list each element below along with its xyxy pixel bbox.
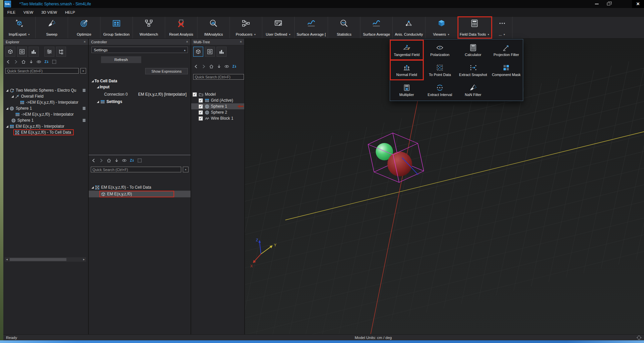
taskbar[interactable] bbox=[0, 340, 644, 343]
show-expressions-button[interactable]: Show Expressions bbox=[145, 68, 188, 74]
toolbar-workbench[interactable]: Workbench bbox=[133, 17, 165, 38]
hierarchy-view-icon[interactable] bbox=[56, 47, 66, 57]
toolbar-surface-average[interactable]: Surface Average bbox=[360, 17, 393, 38]
clear-search-icon[interactable]: × bbox=[80, 68, 86, 74]
expander-icon[interactable] bbox=[91, 186, 94, 189]
mt-item-sphere-2[interactable]: ✓ Sphere 2 bbox=[191, 109, 244, 115]
ctrl-item-connection-0[interactable]: Connection 0 EM E(x,y,z,f0) [Interpolato… bbox=[89, 91, 191, 97]
sort-z-icon[interactable] bbox=[129, 158, 134, 163]
visibility-icon[interactable] bbox=[224, 64, 229, 69]
settings-combobox[interactable]: Settings ▴ bbox=[91, 47, 188, 53]
menu-item-component-mask[interactable]: Component Mask bbox=[490, 60, 523, 80]
ctrl-item-tocell-parent[interactable]: EM E(x,y,z,f0) - To Cell Data bbox=[89, 184, 191, 191]
toolbar-viewers[interactable]: Viewers▼ bbox=[425, 17, 458, 38]
menu-item-projection-filter[interactable]: Projection Filter bbox=[490, 40, 523, 60]
filter-settings-icon[interactable] bbox=[44, 47, 54, 57]
nav-forward-icon[interactable] bbox=[201, 64, 206, 69]
checkbox[interactable]: ✓ bbox=[199, 110, 203, 115]
menu-item-nan-filter[interactable]: NaN Filter bbox=[456, 80, 490, 100]
scrollbar-thumb[interactable] bbox=[10, 258, 66, 261]
minimize-button[interactable] bbox=[592, 0, 601, 8]
menu-item-calculator[interactable]: Calculator bbox=[456, 40, 490, 60]
home-icon[interactable] bbox=[209, 64, 214, 69]
tree-item-to-cell-data[interactable]: EM E(x,y,z,f0) - To Cell Data bbox=[3, 129, 88, 135]
analysis-view-icon[interactable] bbox=[29, 47, 39, 57]
nav-forward-icon[interactable] bbox=[13, 59, 18, 64]
toolbar-reset-analysis[interactable]: Reset Analysis bbox=[165, 17, 198, 38]
checkbox[interactable]: ✓ bbox=[199, 98, 203, 103]
tree-item-interpolator-ref[interactable]: ->EM E(x,y,z,f0) - Interpolator bbox=[3, 99, 88, 105]
clear-search-icon[interactable]: × bbox=[183, 167, 189, 172]
mt-item-wire-block-1[interactable]: ✓ Wire Block 1 bbox=[191, 115, 244, 121]
home-icon[interactable] bbox=[106, 158, 111, 163]
toolbar-imanalytics[interactable]: IMAnalytics bbox=[198, 17, 230, 38]
toolbar-producers[interactable]: Producers▼ bbox=[230, 17, 262, 38]
refresh-button[interactable]: Refresh bbox=[101, 56, 141, 63]
checkbox[interactable]: ✓ bbox=[193, 92, 197, 97]
tree-item-sphere-1[interactable]: Sphere 1 bbox=[3, 105, 88, 111]
ctrl-item-to-cell-data[interactable]: To Cell Data bbox=[89, 78, 191, 84]
menu-item-extract-interval[interactable]: Extract Interval bbox=[423, 80, 457, 100]
expander-icon[interactable] bbox=[5, 125, 9, 128]
device-view-icon[interactable] bbox=[205, 47, 215, 57]
nav-back-icon[interactable] bbox=[91, 158, 96, 163]
move-down-icon[interactable] bbox=[217, 64, 222, 69]
toolbar-imp-export[interactable]: Imp/Export▼ bbox=[3, 17, 36, 38]
expander-icon[interactable] bbox=[5, 89, 9, 92]
maximize-button[interactable] bbox=[604, 0, 613, 8]
ctrl-item-em-e[interactable]: EM E(x,y,z,f0) bbox=[89, 191, 191, 197]
tree-item-sphere-1b[interactable]: Sphere 1 bbox=[3, 117, 88, 123]
mt-item-model[interactable]: ✓ Model bbox=[191, 91, 244, 97]
toolbar-surface-average-db[interactable]: Surface Average [ bbox=[295, 17, 328, 38]
model-view-icon[interactable] bbox=[193, 47, 203, 57]
move-down-icon[interactable] bbox=[29, 59, 34, 64]
menu-3d-view[interactable]: 3D VIEW bbox=[41, 10, 57, 14]
move-down-icon[interactable] bbox=[114, 158, 119, 163]
scroll-left-icon[interactable]: ◄ bbox=[5, 258, 9, 261]
toolbar-anis-conductivity[interactable]: Anis. Conducivity bbox=[393, 17, 425, 38]
box-select-icon[interactable] bbox=[52, 59, 57, 64]
visibility-icon[interactable] bbox=[122, 158, 127, 163]
checkbox[interactable]: ✓ bbox=[199, 116, 203, 121]
nav-back-icon[interactable] bbox=[194, 64, 199, 69]
toolbar-group-selection[interactable]: Group Selection bbox=[100, 17, 133, 38]
toolbar-field-data-tools[interactable]: Field Data Tools▼ bbox=[458, 17, 492, 38]
menu-help[interactable]: HELP bbox=[65, 10, 75, 14]
mt-item-grid-active[interactable]: ✓ Grid (Active) bbox=[191, 97, 244, 103]
checkbox[interactable]: ✓ bbox=[199, 104, 203, 109]
tree-item-interpolator-ref-2[interactable]: ->EM E(x,y,z,f0) - Interpolator bbox=[3, 111, 88, 117]
search-input[interactable] bbox=[193, 74, 244, 80]
toolbar-user-defined[interactable]: User Defined▼ bbox=[262, 17, 295, 38]
close-button[interactable]: × bbox=[632, 0, 644, 8]
nav-forward-icon[interactable] bbox=[99, 158, 104, 163]
scroll-right-icon[interactable]: ► bbox=[82, 258, 86, 261]
search-input[interactable] bbox=[91, 167, 181, 172]
device-view-icon[interactable] bbox=[17, 47, 27, 57]
tree-item-overall-field[interactable]: Overall Field bbox=[3, 93, 88, 99]
tree-item-simulation[interactable]: Two Metallic Spheres - Electro Qu bbox=[3, 87, 88, 93]
chevron-down-icon[interactable]: ▼ bbox=[289, 33, 291, 36]
menu-item-tangential-field[interactable]: Tangential Field bbox=[390, 40, 423, 60]
box-select-icon[interactable] bbox=[137, 158, 142, 163]
toolbar-statistics[interactable]: Statistics bbox=[328, 17, 360, 38]
close-panel-icon[interactable]: × bbox=[240, 40, 242, 44]
close-panel-icon[interactable]: × bbox=[84, 40, 86, 44]
chevron-down-icon[interactable]: ▼ bbox=[503, 33, 506, 36]
menu-view[interactable]: VIEW bbox=[23, 10, 33, 14]
chevron-down-icon[interactable]: ▼ bbox=[28, 33, 30, 36]
panel-splitter[interactable] bbox=[89, 155, 191, 155]
chevron-down-icon[interactable]: ▼ bbox=[447, 33, 450, 36]
sort-z-icon[interactable] bbox=[232, 64, 237, 69]
menu-item-extract-snapshot[interactable]: Extract Snapshot bbox=[456, 60, 490, 80]
menu-file[interactable]: FILE bbox=[7, 10, 15, 14]
chevron-down-icon[interactable]: ▼ bbox=[254, 33, 256, 36]
expander-icon[interactable] bbox=[96, 86, 100, 88]
ctrl-item-settings[interactable]: Settings bbox=[89, 99, 191, 105]
tree-item-em-interpolator[interactable]: EM E(x,y,z,f0) - Interpolator bbox=[3, 123, 88, 129]
analysis-view-icon[interactable] bbox=[217, 47, 227, 57]
expander-icon[interactable] bbox=[91, 80, 94, 82]
model-view-icon[interactable] bbox=[5, 47, 15, 57]
menu-item-polarization[interactable]: Polarization bbox=[423, 40, 457, 60]
toolbar-sweep[interactable]: Sweep bbox=[36, 17, 68, 38]
expander-icon[interactable] bbox=[96, 101, 100, 103]
